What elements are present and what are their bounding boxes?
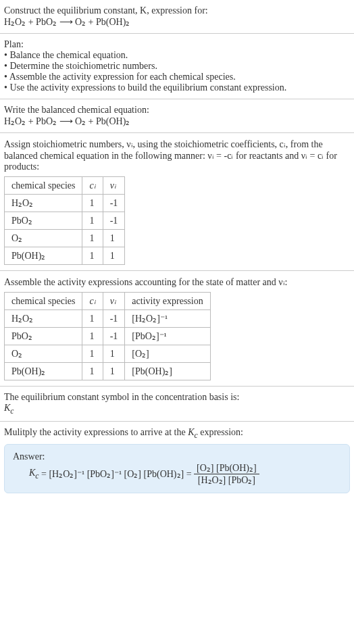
assemble-text: Assemble the activity expressions accoun… <box>4 276 350 288</box>
fraction: [O₂] [Pb(OH)₂] [H₂O₂] [PbO₂] <box>194 462 259 486</box>
table-header: chemical species <box>5 177 82 195</box>
cell: 1 <box>103 247 125 265</box>
cell: PbO₂ <box>5 328 82 345</box>
cell: 1 <box>82 363 103 380</box>
balanced-section: Write the balanced chemical equation: H₂… <box>0 99 354 133</box>
balanced-equation: H₂O₂ + PbO₂ ⟶ O₂ + Pb(OH)₂ <box>4 116 350 127</box>
cell: 1 <box>82 247 103 265</box>
table-header-row: chemical species cᵢ νᵢ <box>5 177 125 195</box>
multiply-text: Mulitply the activity expressions to arr… <box>4 427 350 440</box>
table-row: O₂ 1 1 <box>5 230 125 247</box>
plan-section: Plan: • Balance the chemical equation. •… <box>0 34 354 99</box>
activity-table: chemical species cᵢ νᵢ activity expressi… <box>4 292 211 380</box>
table-row: PbO₂ 1 -1 <box>5 212 125 230</box>
cell: [Pb(OH)₂] <box>125 363 210 380</box>
symbol-section: The equilibrium constant symbol in the c… <box>0 387 354 422</box>
balanced-heading: Write the balanced chemical equation: <box>4 105 350 116</box>
table-row: PbO₂ 1 -1 [PbO₂]⁻¹ <box>5 328 211 345</box>
cell: 1 <box>82 230 103 247</box>
construct-equation: H₂O₂ + PbO₂ ⟶ O₂ + Pb(OH)₂ <box>4 16 350 28</box>
construct-section: Construct the equilibrium constant, K, e… <box>0 0 354 34</box>
cell: 1 <box>82 195 103 212</box>
table-header: νᵢ <box>103 293 125 310</box>
cell: Pb(OH)₂ <box>5 247 82 265</box>
cell: 1 <box>103 345 125 363</box>
cell: O₂ <box>5 345 82 363</box>
construct-heading: Construct the equilibrium constant, K, e… <box>4 5 350 16</box>
cell: PbO₂ <box>5 212 82 230</box>
cell: -1 <box>103 195 125 212</box>
cell: 1 <box>103 230 125 247</box>
table-header: chemical species <box>5 293 82 310</box>
answer-body: = [H₂O₂]⁻¹ [PbO₂]⁻¹ [O₂] [Pb(OH)₂] = <box>39 468 195 480</box>
cell: Pb(OH)₂ <box>5 363 82 380</box>
stoichiometric-table: chemical species cᵢ νᵢ H₂O₂ 1 -1 PbO₂ 1 … <box>4 176 125 265</box>
assign-section: Assign stoichiometric numbers, νᵢ, using… <box>0 133 354 271</box>
assign-text: Assign stoichiometric numbers, νᵢ, using… <box>4 139 350 172</box>
cell: 1 <box>82 310 103 328</box>
cell: H₂O₂ <box>5 195 82 212</box>
table-row: H₂O₂ 1 -1 [H₂O₂]⁻¹ <box>5 310 211 328</box>
kc-equals: Kc <box>29 468 39 480</box>
kc-text: K <box>4 403 10 413</box>
fraction-top: [O₂] [Pb(OH)₂] <box>194 462 259 474</box>
table-row: Pb(OH)₂ 1 1 <box>5 247 125 265</box>
cell: -1 <box>103 212 125 230</box>
table-row: H₂O₂ 1 -1 <box>5 195 125 212</box>
fraction-bottom: [H₂O₂] [PbO₂] <box>195 474 258 486</box>
cell: 1 <box>103 363 125 380</box>
answer-label: Answer: <box>13 451 341 462</box>
table-header-row: chemical species cᵢ νᵢ activity expressi… <box>5 293 211 310</box>
plan-item: • Assemble the activity expression for e… <box>4 72 350 82</box>
cell: 1 <box>82 212 103 230</box>
answer-box: Answer: Kc = [H₂O₂]⁻¹ [PbO₂]⁻¹ [O₂] [Pb(… <box>4 444 350 493</box>
cell: [O₂] <box>125 345 210 363</box>
plan-item: • Use the activity expressions to build … <box>4 82 350 93</box>
symbol-value: Kc <box>4 403 350 416</box>
cell: [PbO₂]⁻¹ <box>125 328 210 345</box>
multiply-section: Mulitply the activity expressions to arr… <box>0 422 354 499</box>
table-row: Pb(OH)₂ 1 1 [Pb(OH)₂] <box>5 363 211 380</box>
table-header: νᵢ <box>103 177 125 195</box>
table-header: cᵢ <box>82 293 103 310</box>
cell: -1 <box>103 310 125 328</box>
cell: -1 <box>103 328 125 345</box>
cell: O₂ <box>5 230 82 247</box>
assemble-section: Assemble the activity expressions accoun… <box>0 271 354 387</box>
plan-item: • Balance the chemical equation. <box>4 50 350 61</box>
cell: 1 <box>82 345 103 363</box>
table-header: cᵢ <box>82 177 103 195</box>
cell: [H₂O₂]⁻¹ <box>125 310 210 328</box>
table-header: activity expression <box>125 293 210 310</box>
symbol-text: The equilibrium constant symbol in the c… <box>4 392 350 403</box>
plan-item: • Determine the stoichiometric numbers. <box>4 61 350 72</box>
cell: H₂O₂ <box>5 310 82 328</box>
cell: 1 <box>82 328 103 345</box>
table-row: O₂ 1 1 [O₂] <box>5 345 211 363</box>
answer-expression: Kc = [H₂O₂]⁻¹ [PbO₂]⁻¹ [O₂] [Pb(OH)₂] = … <box>29 462 341 486</box>
plan-heading: Plan: <box>4 39 350 50</box>
